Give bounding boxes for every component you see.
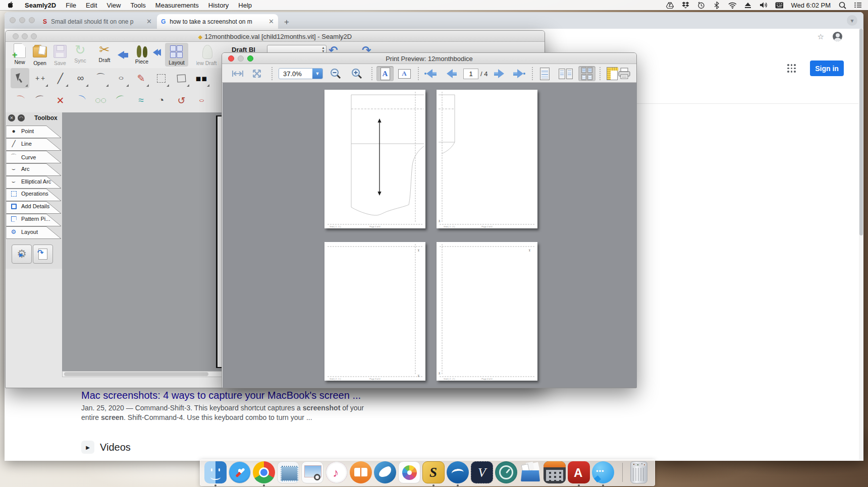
- scrollbar-thumb[interactable]: [859, 29, 863, 235]
- preview-page-4[interactable]: ✂ ✂ Grid ( 2 ; 2 ) Page 4 of 4: [437, 242, 537, 381]
- sign-in-button[interactable]: Sign in: [810, 60, 844, 76]
- circles-tool-icon[interactable]: ◌◌: [91, 91, 110, 109]
- draft-mode-button[interactable]: ✂ Draft: [94, 43, 115, 63]
- piece-union-tools-button[interactable]: ◼◼: [192, 68, 211, 88]
- google-apps-grid-icon[interactable]: [787, 64, 796, 73]
- toolbox-tab-pattern-piece[interactable]: Pattern Pi...: [6, 214, 62, 226]
- input-menu-icon[interactable]: [775, 1, 783, 9]
- preview-page-3[interactable]: ✂ ✂ Grid ( 2 ; 1 ) Page 3 of 4: [324, 242, 425, 381]
- fit-width-button[interactable]: [229, 66, 246, 81]
- zoom-in-button[interactable]: [348, 66, 365, 81]
- wave-tool-icon[interactable]: ≈: [132, 91, 150, 109]
- dock-chrome-icon[interactable]: [253, 461, 275, 483]
- menu-measurements[interactable]: Measurements: [155, 2, 199, 9]
- menu-history[interactable]: History: [208, 2, 229, 9]
- spiral-tool-icon[interactable]: ◔: [152, 91, 171, 109]
- print-button[interactable]: [616, 66, 633, 81]
- spotlight-icon[interactable]: [838, 1, 846, 9]
- combo-stepper-icon[interactable]: ▲▼: [321, 46, 325, 53]
- curve-tool-icon[interactable]: ⌒: [71, 91, 90, 109]
- new-draft-block-button[interactable]: New Draft B: [196, 43, 219, 66]
- layout-settings-button[interactable]: ⚙▶: [12, 245, 32, 264]
- wifi-icon[interactable]: [728, 1, 736, 9]
- dock-preview-icon[interactable]: [301, 461, 323, 483]
- zoom-out-button[interactable]: [327, 66, 344, 81]
- dropbox-icon[interactable]: [681, 1, 689, 9]
- dock-seamly2d-icon[interactable]: [422, 461, 445, 483]
- ellipse-tool-icon[interactable]: ○: [192, 91, 211, 109]
- dock-ibooks-icon[interactable]: [350, 461, 372, 483]
- new-button[interactable]: New: [10, 43, 30, 65]
- tab-close-icon[interactable]: ✕: [268, 18, 274, 25]
- ellipse-tools-button[interactable]: ○: [112, 68, 130, 88]
- browser-close-button[interactable]: [10, 17, 16, 23]
- new-tab-button[interactable]: +: [281, 16, 293, 28]
- browser-scrollbar[interactable]: [859, 29, 863, 461]
- menu-tools[interactable]: Tools: [130, 2, 145, 9]
- toolbox-tab-add-details[interactable]: Add Details: [6, 201, 62, 214]
- dock-trash-icon[interactable]: [630, 461, 647, 483]
- toolbox-tab-curve[interactable]: ⌒Curve: [6, 151, 62, 163]
- rotate-tool-icon[interactable]: ↺: [172, 91, 191, 109]
- preview-page-2[interactable]: ✂ Grid ( 1 ; 2 ) Page 2 of 4: [437, 90, 537, 228]
- dock-mail-icon[interactable]: [277, 461, 299, 483]
- dock-time-machine-icon[interactable]: [495, 461, 517, 483]
- apple-menu-icon[interactable]: [7, 1, 15, 9]
- bluetooth-icon[interactable]: [713, 1, 721, 9]
- toolbox-tab-arc[interactable]: ⌣Arc: [6, 163, 62, 176]
- dock-valentina-icon[interactable]: [471, 461, 493, 483]
- layout-mode-button[interactable]: Layout: [165, 43, 188, 67]
- tab-close-icon[interactable]: ✕: [146, 18, 152, 25]
- dock-openoffice-icon[interactable]: [447, 461, 469, 483]
- menu-edit[interactable]: Edit: [86, 2, 97, 9]
- next-page-button[interactable]: [491, 66, 508, 81]
- select-tool-button[interactable]: [11, 68, 29, 88]
- page-number-field[interactable]: 1: [463, 69, 478, 79]
- last-page-button[interactable]: [511, 66, 528, 81]
- zoom-level-combo[interactable]: 37.0% ▼: [279, 68, 323, 79]
- gdrive-icon[interactable]: [666, 1, 674, 9]
- menubar-app-name[interactable]: Seamly2D: [25, 2, 56, 9]
- download-indicator-icon[interactable]: ▾: [847, 15, 857, 26]
- toolbox-tab-point[interactable]: ●Point: [6, 126, 62, 138]
- first-page-button[interactable]: [422, 66, 439, 81]
- previous-page-button[interactable]: [443, 66, 460, 81]
- scrollbar-thumb[interactable]: [64, 372, 208, 376]
- curve-tool-icon[interactable]: ⌒: [11, 91, 29, 109]
- save-button[interactable]: Save: [50, 43, 70, 66]
- landscape-button[interactable]: A: [396, 66, 413, 81]
- timemachine-icon[interactable]: [697, 1, 705, 9]
- curve-tool-icon[interactable]: ⌒: [112, 91, 130, 109]
- toolbox-tab-elliptical-arc[interactable]: ⌣Elliptical Arc: [6, 176, 62, 189]
- curve-tools-button[interactable]: ∞: [71, 68, 90, 88]
- dock-finder-icon[interactable]: [204, 461, 227, 483]
- dock-acrobat-icon[interactable]: [568, 461, 590, 483]
- menu-file[interactable]: File: [66, 2, 76, 9]
- toolbox-tab-operations[interactable]: Operations: [6, 189, 62, 201]
- toolbox-float-icon[interactable]: ◠: [18, 114, 25, 121]
- dock-safari-icon[interactable]: [229, 461, 251, 483]
- dock-thunderbird-icon[interactable]: [374, 461, 396, 483]
- sync-button[interactable]: ↻ Sync: [70, 43, 90, 64]
- portrait-button[interactable]: A: [376, 66, 394, 81]
- dock-calculator-icon[interactable]: [544, 461, 566, 483]
- single-page-view-button[interactable]: [536, 66, 553, 81]
- preview-page-1[interactable]: Grid ( 1 ; 1 ) Page 1 of 4: [324, 90, 425, 228]
- arc-tools-button[interactable]: ⌒: [91, 68, 110, 88]
- eject-icon[interactable]: [744, 1, 752, 9]
- bookmark-star-icon[interactable]: ☆: [818, 32, 824, 41]
- dock-photos-icon[interactable]: [398, 461, 420, 483]
- browser-minimize-button[interactable]: [19, 17, 25, 23]
- line-tools-button[interactable]: ╱: [51, 68, 70, 88]
- group-select-tools-button[interactable]: [152, 68, 171, 88]
- seamly2d-titlebar[interactable]: ◆12monthbodice.val [child12months.vit] -…: [6, 31, 545, 42]
- browser-zoom-button[interactable]: [29, 17, 35, 23]
- export-layout-button[interactable]: ↷: [33, 245, 53, 264]
- measure-tools-button[interactable]: ✎: [132, 68, 150, 88]
- canvas-horizontal-scrollbar[interactable]: [62, 371, 222, 377]
- overview-view-button[interactable]: [578, 66, 595, 81]
- chevron-down-icon[interactable]: ▼: [312, 69, 322, 79]
- notification-center-icon[interactable]: [854, 1, 862, 9]
- menubar-clock[interactable]: Wed 6:02 PM: [791, 2, 831, 9]
- profile-avatar[interactable]: [833, 32, 842, 41]
